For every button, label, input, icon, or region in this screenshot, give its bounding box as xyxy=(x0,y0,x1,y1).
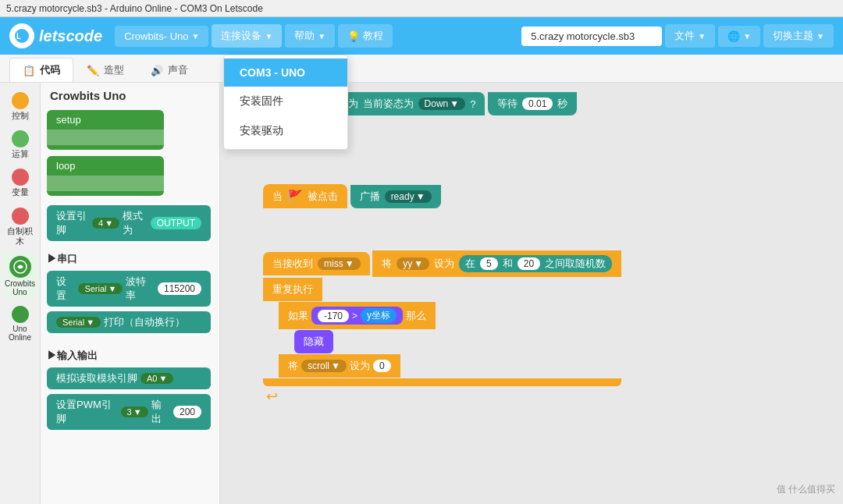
setup-block[interactable]: setup xyxy=(47,110,164,130)
cat-control-label: 控制 xyxy=(12,111,29,121)
cat-math[interactable]: 运算 xyxy=(2,127,38,162)
dropdown-item-install-firmware[interactable]: 安装固件 xyxy=(224,87,347,116)
cb-repeat-bottom xyxy=(263,378,621,386)
cat-crowbits-uno[interactable]: Crowbits Uno xyxy=(2,253,38,300)
cat-crowbits-label: Crowbits Uno xyxy=(4,279,37,296)
cat-control-dot xyxy=(12,92,29,109)
serial-print-port-dropdown[interactable]: Serial ▼ xyxy=(56,317,101,328)
categories-sidebar: 控制 运算 变量 自制积木 Crowbits Uno Uno Online xyxy=(0,83,41,504)
cb-receive[interactable]: 当接收到 miss ▼ xyxy=(263,252,370,275)
globe-arrow: ▼ xyxy=(743,32,751,41)
logo-area: L letscode xyxy=(9,23,102,48)
title-text: 5.crazy motorcycle.sb3 - Arduino Online … xyxy=(6,3,263,14)
cb-curve-3: ↩ xyxy=(266,388,621,405)
cat-custom-block[interactable]: 自制积木 xyxy=(2,204,38,250)
cb-set-yy[interactable]: 将 yy ▼ 设为 在 5 和 20 之间取随机数 xyxy=(372,250,621,277)
serial-print-block[interactable]: Serial ▼ 打印（自动换行） xyxy=(47,311,211,333)
analog-pin-dropdown[interactable]: A0 ▼ xyxy=(140,373,173,384)
canvas-block-3[interactable]: 当接收到 miss ▼ 将 yy ▼ 设为 在 5 和 20 之间取随机数 xyxy=(263,250,621,405)
tab-code[interactable]: 📋 代码 xyxy=(9,58,73,82)
pin-dropdown[interactable]: 4 ▼ xyxy=(92,218,119,229)
cb-yy-tag[interactable]: yy ▼ xyxy=(397,257,429,270)
panel-title: Crowbits Uno xyxy=(50,89,213,102)
yy-arrow: ▼ xyxy=(414,258,423,269)
logo-text: letscode xyxy=(39,27,102,45)
cb-miss-tag[interactable]: miss ▼ xyxy=(318,257,361,270)
loop-block[interactable]: loop xyxy=(47,156,164,176)
serial-baudrate-block[interactable]: 设置 Serial ▼ 波特率 115200 xyxy=(47,271,211,307)
cat-control[interactable]: 控制 xyxy=(2,89,38,124)
cb-wait[interactable]: 等待 0.01 秒 xyxy=(488,92,577,115)
pin-mode-tag[interactable]: OUTPUT xyxy=(151,217,201,229)
loop-block-bottom xyxy=(47,191,164,196)
serial-port-arrow: ▼ xyxy=(108,284,117,293)
cat-uno-online[interactable]: Uno Online xyxy=(2,303,38,345)
cb-random-min: 5 xyxy=(480,257,498,270)
cat-uno-online-dot xyxy=(12,306,29,323)
shape-tab-icon: ✏️ xyxy=(87,65,99,76)
cb-scroll-tag[interactable]: scroll ▼ xyxy=(301,360,347,372)
blocks-panel: Crowbits Uno setup loop 设置引脚 4 ▼ 模式为 OUT… xyxy=(41,83,220,504)
connect-device-btn[interactable]: 连接设备 ▼ xyxy=(212,24,282,48)
pwm-pin-arrow: ▼ xyxy=(133,407,142,417)
tab-shape[interactable]: ✏️ 造型 xyxy=(73,58,137,82)
globe-btn[interactable]: 🌐 ▼ xyxy=(718,26,760,47)
io-section-header: ▶输入输出 xyxy=(47,349,213,363)
cb-condition-expr[interactable]: -170 > y坐标 xyxy=(311,307,403,325)
tab-sound[interactable]: 🔊 声音 xyxy=(137,58,201,82)
pwm-output-value: 200 xyxy=(173,406,201,418)
cb-ready-tag[interactable]: ready ▼ xyxy=(385,190,432,203)
globe-icon: 🌐 xyxy=(727,30,740,42)
switch-theme-btn[interactable]: 切换主题 ▼ xyxy=(763,24,834,48)
connect-device-dropdown: COM3 - UNO 安装固件 安装驱动 xyxy=(223,55,348,150)
cb-broadcast[interactable]: 广播 ready ▼ xyxy=(350,185,441,208)
cb-random-block[interactable]: 在 5 和 20 之间取随机数 xyxy=(459,255,612,272)
set-pwm-block[interactable]: 设置PWM引脚 3 ▼ 输出 200 xyxy=(47,394,211,430)
cat-variable-dot xyxy=(12,169,29,186)
flag-icon: 🚩 xyxy=(287,189,303,204)
tutorial-btn[interactable]: 💡 教程 xyxy=(338,24,393,48)
cat-variable[interactable]: 变量 xyxy=(2,165,38,201)
ready-arrow: ▼ xyxy=(416,191,425,202)
cb-repeat[interactable]: 重复执行 xyxy=(263,278,322,301)
cat-uno-online-label: Uno Online xyxy=(4,325,37,342)
cb-set-scroll[interactable]: 将 scroll ▼ 设为 0 xyxy=(279,354,400,378)
cb-if-condition[interactable]: 如果 -170 > y坐标 那么 xyxy=(279,302,436,329)
svg-text:L: L xyxy=(16,32,21,41)
loop-block-body xyxy=(47,176,164,191)
logo-svg: L xyxy=(14,28,30,44)
canvas-block-2[interactable]: 当 🚩 被点击 广播 ready ▼ xyxy=(263,184,441,209)
switch-theme-arrow: ▼ xyxy=(816,32,824,41)
set-pin-block[interactable]: 设置引脚 4 ▼ 模式为 OUTPUT xyxy=(47,205,211,241)
setup-block-body xyxy=(47,130,164,145)
file-arrow: ▼ xyxy=(698,32,706,41)
cb-ycoord-tag[interactable]: y坐标 xyxy=(361,308,397,323)
baudrate-value: 115200 xyxy=(158,282,201,295)
cb-hide[interactable]: 隐藏 xyxy=(294,330,333,353)
cb-hide-indent: 隐藏 xyxy=(294,330,621,354)
file-btn[interactable]: 文件 ▼ xyxy=(665,24,715,48)
help-btn[interactable]: 帮助 ▼ xyxy=(285,24,335,48)
main-layout: 控制 运算 变量 自制积木 Crowbits Uno Uno Online xyxy=(0,83,843,504)
cb-down-value-tag[interactable]: Down ▼ xyxy=(418,98,466,110)
serial-port-dropdown[interactable]: Serial ▼ xyxy=(78,283,123,294)
repeat-wrapper: 重复执行 如果 -170 > y坐标 那么 xyxy=(263,278,621,386)
crowbits-uno-arrow: ▼ xyxy=(192,32,200,41)
cb-neg170: -170 xyxy=(318,310,349,322)
dropdown-item-install-driver[interactable]: 安装驱动 xyxy=(224,116,347,146)
pwm-pin-dropdown[interactable]: 3 ▼ xyxy=(121,406,148,417)
title-bar: 5.crazy motorcycle.sb3 - Arduino Online … xyxy=(0,0,843,17)
bulb-icon: 💡 xyxy=(347,30,360,42)
filename-input[interactable] xyxy=(521,27,662,46)
tabs-bar: 📋 代码 ✏️ 造型 🔊 声音 xyxy=(0,55,843,83)
pin-arrow: ▼ xyxy=(105,218,113,228)
cb-flag-click[interactable]: 当 🚩 被点击 xyxy=(263,184,347,208)
analog-read-block[interactable]: 模拟读取模块引脚 A0 ▼ xyxy=(47,367,211,389)
crowbits-uno-nav-btn[interactable]: Crowbits- Uno ▼ xyxy=(115,26,208,47)
cat-custom-block-dot xyxy=(12,208,29,225)
cb-random-max: 20 xyxy=(518,257,540,270)
dropdown-item-com3[interactable]: COM3 - UNO xyxy=(224,59,347,87)
connect-device-arrow: ▼ xyxy=(265,32,272,41)
cat-variable-label: 变量 xyxy=(12,187,29,197)
cat-math-label: 运算 xyxy=(12,149,29,159)
